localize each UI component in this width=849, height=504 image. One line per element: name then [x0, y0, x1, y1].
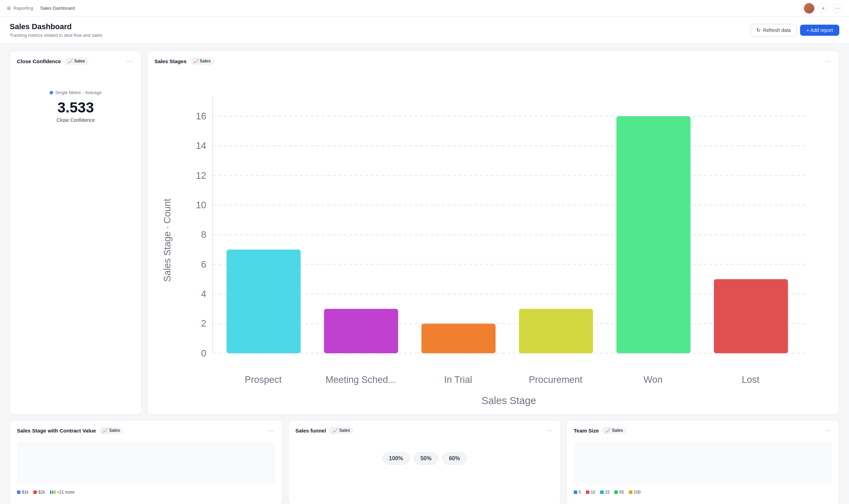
close-confidence-title-text: Close Confidence [17, 58, 61, 64]
metric-label: Close Confidence [57, 117, 95, 123]
svg-text:Won: Won [644, 375, 663, 385]
svg-rect-26 [519, 309, 593, 353]
legend-item-2k: $2k [33, 490, 45, 495]
funnel-values-row: 100% 50% 60% [295, 438, 554, 472]
legend-color-65 [614, 490, 618, 494]
team-size-dataset: 📈 Sales [602, 427, 626, 434]
legend-label-5: 5 [579, 490, 581, 495]
legend-color-15 [600, 490, 604, 494]
team-size-card: Team Size 📈 Sales ⋯ 5 [566, 420, 839, 504]
team-size-menu[interactable]: ⋯ [823, 427, 832, 434]
legend-color-1k [17, 490, 20, 494]
sales-stages-menu[interactable]: ⋯ [823, 57, 832, 65]
refresh-icon: ↻ [756, 27, 761, 33]
legend-item-1k: $1k [17, 490, 28, 495]
team-size-body: 5 10 15 65 1 [574, 438, 832, 498]
close-confidence-card: Close Confidence 📈 Sales ⋯ Single Metric… [10, 51, 142, 414]
svg-text:Sales Stage: Sales Stage [481, 395, 536, 406]
page-name-breadcrumb: Sales Dashboard [40, 6, 75, 11]
svg-text:14: 14 [196, 141, 206, 151]
sales-emoji-4: 📈 [332, 428, 338, 433]
legend-item-100: 100 [629, 490, 641, 495]
svg-text:8: 8 [201, 229, 206, 240]
close-confidence-title: Close Confidence 📈 Sales [17, 58, 89, 65]
legend-item-10: 10 [586, 490, 595, 495]
svg-text:Prospect: Prospect [245, 375, 282, 385]
close-confidence-menu[interactable]: ⋯ [125, 57, 134, 65]
legend-color-5 [574, 490, 577, 494]
sales-funnel-menu[interactable]: ⋯ [545, 427, 554, 434]
svg-text:2: 2 [201, 318, 206, 329]
sales-funnel-title-text: Sales funnel [295, 428, 326, 434]
sales-emoji-1: 📈 [67, 59, 73, 64]
sales-emoji-2: 📈 [193, 59, 199, 64]
legend-item-5: 5 [574, 490, 581, 495]
page-title-section: Sales Dashboard Tracking metrics related… [10, 22, 102, 38]
avatar-image [804, 3, 814, 14]
sales-stages-card: Sales Stages 📈 Sales ⋯ Sales Stage · Cou… [147, 51, 839, 414]
breadcrumb: ⊞ Reporting › Sales Dashboard [7, 6, 75, 11]
close-confidence-header: Close Confidence 📈 Sales ⋯ [17, 57, 134, 65]
svg-rect-28 [616, 116, 690, 353]
sales-funnel-card: Sales funnel 📈 Sales ⋯ 100% 50% 60% [288, 420, 561, 504]
svg-text:12: 12 [196, 170, 206, 181]
svg-text:Meeting Sched...: Meeting Sched... [326, 375, 396, 385]
refresh-button[interactable]: ↻ Refresh data [750, 24, 797, 36]
sales-stages-dataset: 📈 Sales [190, 58, 214, 65]
header-actions: ↻ Refresh data + Add report [750, 24, 839, 36]
sales-funnel-dataset: 📈 Sales [329, 427, 353, 434]
add-report-button[interactable]: + Add report [800, 25, 839, 36]
legend-label-1k: $1k [22, 490, 28, 495]
legend-text: Single Metric - Average [55, 90, 102, 95]
sales-emoji-3: 📈 [102, 428, 108, 433]
legend-label-more: +21 more [57, 490, 75, 495]
dashboard-content: Close Confidence 📈 Sales ⋯ Single Metric… [0, 44, 849, 504]
sales-stages-dataset-label: Sales [200, 59, 211, 64]
svg-text:In Trial: In Trial [444, 375, 472, 385]
funnel-value-3: 60% [442, 452, 466, 465]
refresh-label: Refresh data [763, 27, 791, 33]
sales-stage-contract-title: Sales Stage with Contract Value 📈 Sales [17, 427, 124, 434]
svg-text:Procurement: Procurement [529, 375, 583, 385]
svg-text:16: 16 [196, 111, 206, 121]
sales-stage-contract-legend: $1k $2k +21 more [17, 490, 275, 495]
more-nav-button[interactable]: ⋯ [832, 3, 842, 13]
sales-funnel-title: Sales funnel 📈 Sales [295, 427, 354, 434]
reporting-label[interactable]: Reporting [14, 6, 33, 11]
add-nav-button[interactable]: + [818, 3, 828, 13]
legend-dot [50, 91, 53, 94]
metric-value: 3.533 [57, 99, 94, 116]
svg-text:10: 10 [196, 200, 206, 210]
sales-funnel-dataset-label: Sales [339, 428, 350, 433]
bar-chart-svg: Sales Stage · Count 0 2 4 6 8 10 [158, 73, 829, 408]
sales-stage-contract-dataset-label: Sales [109, 428, 120, 433]
svg-text:0: 0 [201, 348, 206, 359]
nav-right: + ⋯ [804, 3, 842, 14]
breadcrumb-separator: › [36, 6, 37, 11]
legend-label-15: 15 [605, 490, 610, 495]
close-confidence-body: Single Metric - Average 3.533 Close Conf… [17, 69, 134, 137]
top-nav: ⊞ Reporting › Sales Dashboard + ⋯ [0, 0, 849, 17]
legend-label-65: 65 [619, 490, 624, 495]
legend-label-2k: $2k [38, 490, 45, 495]
sales-stage-contract-dataset: 📈 Sales [99, 427, 124, 434]
avatar[interactable] [804, 3, 814, 14]
svg-rect-24 [421, 324, 495, 353]
page-title: Sales Dashboard [10, 22, 102, 31]
reporting-icon: ⊞ [7, 6, 11, 11]
sales-stage-contract-menu[interactable]: ⋯ [266, 427, 275, 434]
close-confidence-dataset: 📈 Sales [64, 58, 89, 65]
svg-rect-30 [714, 279, 788, 353]
sales-stage-contract-title-text: Sales Stage with Contract Value [17, 428, 96, 434]
sales-emoji-5: 📈 [605, 428, 611, 433]
sales-stages-title: Sales Stages 📈 Sales [154, 58, 214, 65]
charts-row-bottom: Sales Stage with Contract Value 📈 Sales … [10, 420, 839, 504]
add-report-label: + Add report [806, 27, 833, 33]
team-size-legend: 5 10 15 65 1 [574, 490, 832, 495]
legend-item-15: 15 [600, 490, 610, 495]
sales-stage-contract-body: $1k $2k +21 more [17, 438, 275, 498]
legend-color-10 [586, 490, 589, 494]
sales-funnel-header: Sales funnel 📈 Sales ⋯ [295, 427, 554, 434]
legend-item-more: +21 more [50, 490, 75, 495]
legend-multicolor [50, 490, 56, 494]
